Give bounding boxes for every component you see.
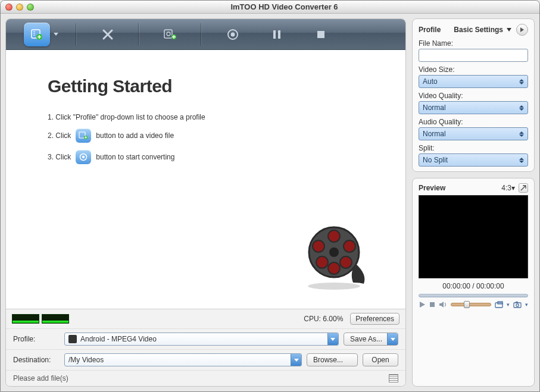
minimize-icon[interactable] xyxy=(16,4,23,11)
snapshot-button[interactable] xyxy=(513,301,522,308)
video-size-value: Auto xyxy=(423,77,438,86)
preview-timecode: 00:00:00 / 00:00:00 xyxy=(419,282,528,290)
video-size-label: Video Size: xyxy=(419,65,528,74)
window-title: ImTOO HD Video Converter 6 xyxy=(34,2,535,11)
dropdown-arrow-icon xyxy=(291,354,301,366)
snapshot-folder-button[interactable] xyxy=(495,301,503,308)
svg-point-23 xyxy=(340,256,352,268)
video-quality-select[interactable]: Normal xyxy=(419,101,528,114)
save-as-label: Save As... xyxy=(350,335,382,343)
profile-tab[interactable]: Profile xyxy=(419,26,441,34)
stop-preview-button[interactable] xyxy=(429,302,435,308)
expand-button[interactable] xyxy=(516,24,528,36)
volume-icon[interactable] xyxy=(439,301,447,308)
meta-bar: CPU: 6.00% Preferences xyxy=(6,309,405,328)
destination-field[interactable]: /My Videos xyxy=(64,353,302,366)
svg-point-6 xyxy=(231,32,235,36)
speaker-icon xyxy=(439,301,447,308)
convert-button[interactable] xyxy=(157,23,183,46)
stop-button[interactable] xyxy=(308,23,334,46)
cpu-bar-2 xyxy=(42,314,69,324)
popout-button[interactable] xyxy=(519,183,528,193)
profile-select[interactable]: Android - MPEG4 Video xyxy=(64,333,339,346)
toolbar-separator xyxy=(139,23,139,46)
main-toolbar xyxy=(6,19,405,50)
profile-row: Profile: Android - MPEG4 Video Save As..… xyxy=(6,328,405,349)
pause-button[interactable] xyxy=(264,23,290,46)
file-name-label: File Name: xyxy=(419,39,528,48)
maximize-icon[interactable] xyxy=(27,4,34,11)
pause-icon xyxy=(271,29,282,40)
chevron-down-icon xyxy=(507,28,511,32)
profile-settings-head: Profile Basic Settings xyxy=(419,24,528,36)
svg-rect-7 xyxy=(273,30,276,39)
profile-select-value: Android - MPEG4 Video xyxy=(80,335,157,343)
add-file-icon xyxy=(30,28,43,41)
app-body: Getting Started 1. Click "Profile" drop-… xyxy=(1,14,539,391)
split-value: No Split xyxy=(423,156,448,164)
snapshot-dropdown[interactable]: ▾ xyxy=(507,302,510,308)
preferences-button[interactable]: Preferences xyxy=(350,313,399,325)
list-view-icon[interactable] xyxy=(389,374,398,382)
close-x-icon xyxy=(101,28,114,41)
camera-dropdown[interactable]: ▾ xyxy=(525,302,528,308)
svg-point-20 xyxy=(313,240,324,252)
step-3-text-a: 3. Click xyxy=(48,153,71,161)
side-panel: Profile Basic Settings File Name: Video … xyxy=(412,18,535,387)
browse-button[interactable]: Browse... xyxy=(307,353,358,366)
preview-panel: Preview 4:3▾ 00:00:00 / 00:00:00 xyxy=(412,178,535,387)
svg-point-21 xyxy=(344,240,355,252)
svg-point-14 xyxy=(308,283,360,290)
svg-rect-29 xyxy=(516,302,518,303)
save-as-button[interactable]: Save As... xyxy=(344,333,398,346)
convert-icon xyxy=(163,28,177,41)
volume-slider[interactable] xyxy=(451,303,491,306)
clear-button[interactable] xyxy=(95,23,121,46)
toolbar-separator xyxy=(76,23,77,46)
window-controls xyxy=(5,4,34,11)
record-icon xyxy=(227,29,239,40)
video-quality-value: Normal xyxy=(423,104,446,112)
audio-quality-value: Normal xyxy=(423,130,446,138)
split-select[interactable]: No Split xyxy=(419,153,528,167)
record-button[interactable] xyxy=(220,23,246,46)
close-icon[interactable] xyxy=(5,4,13,11)
aspect-ratio-select[interactable]: 4:3▾ xyxy=(501,184,515,192)
open-button[interactable]: Open xyxy=(363,353,398,366)
step-1: 1. Click "Profile" drop-down list to cho… xyxy=(48,113,364,121)
step-3-text-b: button to start converting xyxy=(96,153,174,161)
folder-icon xyxy=(495,301,503,308)
profile-label: Profile: xyxy=(13,335,60,343)
status-bar: Please add file(s) xyxy=(6,370,405,386)
add-file-button[interactable] xyxy=(24,23,50,46)
titlebar: ImTOO HD Video Converter 6 xyxy=(1,1,539,14)
play-icon xyxy=(419,301,426,308)
status-text: Please add file(s) xyxy=(13,374,68,382)
film-reel-icon xyxy=(298,219,370,291)
split-label: Split: xyxy=(419,144,528,152)
svg-point-18 xyxy=(328,230,340,242)
file-name-input[interactable] xyxy=(419,49,528,62)
stop-icon xyxy=(316,30,326,39)
svg-point-22 xyxy=(316,256,328,268)
svg-point-17 xyxy=(329,247,339,257)
svg-point-13 xyxy=(82,156,85,158)
open-label: Open xyxy=(372,356,389,364)
step-2: 2. Click button to add a video file xyxy=(48,128,364,143)
browse-label: Browse... xyxy=(313,356,343,364)
destination-row: Destination: /My Videos Browse... Open xyxy=(6,349,405,370)
preview-viewport xyxy=(419,195,528,278)
cpu-bar-1 xyxy=(12,314,39,324)
preview-progress[interactable] xyxy=(419,294,528,297)
start-convert-mini-icon xyxy=(76,150,91,164)
add-file-dropdown-icon[interactable] xyxy=(54,33,58,36)
play-button[interactable] xyxy=(419,301,426,308)
preview-controls: ▾ ▾ xyxy=(419,301,528,308)
svg-rect-9 xyxy=(317,31,324,38)
destination-value: /My Videos xyxy=(68,356,104,364)
audio-quality-select[interactable]: Normal xyxy=(419,127,528,140)
video-size-select[interactable]: Auto xyxy=(419,75,528,88)
add-file-mini-icon xyxy=(76,128,91,143)
svg-point-28 xyxy=(516,304,519,306)
basic-settings-tab[interactable]: Basic Settings xyxy=(454,26,503,34)
